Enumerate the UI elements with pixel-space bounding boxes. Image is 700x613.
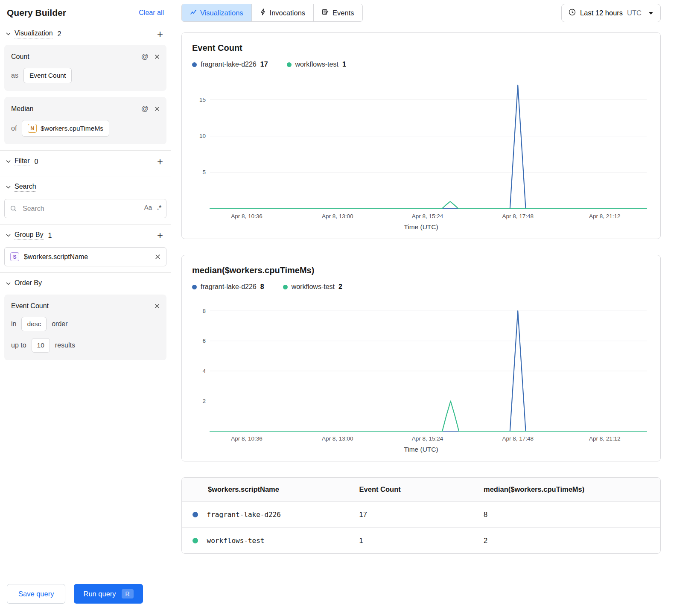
- filter-section-header: Filter 0 +: [0, 152, 171, 172]
- remove-order-by-button[interactable]: [155, 304, 160, 309]
- chevron-down-icon[interactable]: [6, 234, 11, 237]
- svg-text:Apr 8, 13:00: Apr 8, 13:00: [322, 213, 353, 219]
- add-filter-button[interactable]: +: [155, 158, 165, 165]
- chart-title: Event Count: [192, 43, 650, 53]
- clear-all-link[interactable]: Clear all: [139, 9, 164, 17]
- series-value: 2: [338, 283, 342, 291]
- search-icon: [10, 205, 17, 214]
- series-name: workflows-test: [295, 61, 338, 68]
- remove-count-button[interactable]: [155, 54, 160, 59]
- results-label: results: [55, 342, 75, 349]
- at-mention-icon[interactable]: @: [141, 53, 149, 61]
- event-count-value: 1: [354, 528, 478, 554]
- chevron-down-icon[interactable]: [6, 282, 11, 285]
- table-row[interactable]: workflows-test 1 2: [182, 528, 660, 554]
- tab-visualizations[interactable]: Visualizations: [182, 4, 251, 21]
- svg-text:2: 2: [202, 398, 206, 404]
- view-tabs: Visualizations Invocations Events: [181, 4, 363, 22]
- visualization-count: 2: [58, 30, 61, 38]
- as-label: as: [11, 72, 18, 79]
- remove-median-button[interactable]: [155, 106, 160, 111]
- median-value: 8: [478, 502, 660, 528]
- series-dot: [192, 285, 197, 289]
- tab-invocations[interactable]: Invocations: [251, 4, 313, 21]
- main-content: Visualizations Invocations Events Last 1…: [171, 0, 700, 613]
- save-query-button[interactable]: Save query: [7, 584, 65, 604]
- visualization-label: Visualization: [15, 29, 53, 38]
- legend-item[interactable]: workflows-test 2: [283, 283, 342, 291]
- case-sensitive-icon[interactable]: Aa: [144, 204, 152, 211]
- search-section-header: Search: [0, 177, 171, 197]
- order-by-section-header: Order By: [0, 274, 171, 294]
- number-type-icon: N: [28, 124, 37, 133]
- median-field-pill[interactable]: N $workers.cpuTimeMs: [22, 120, 109, 137]
- result-limit-pill[interactable]: 10: [32, 338, 50, 353]
- count-card-title: Count: [11, 53, 29, 61]
- event-count-name-pill[interactable]: Event Count: [23, 68, 72, 83]
- series-value: 1: [342, 61, 346, 68]
- svg-text:Apr 8, 15:24: Apr 8, 15:24: [412, 213, 443, 219]
- group-by-field-name: $workers.scriptName: [24, 253, 88, 261]
- script-name: fragrant-lake-d226: [207, 511, 281, 519]
- series-name: fragrant-lake-d226: [201, 61, 257, 68]
- series-value: 8: [260, 283, 264, 291]
- chevron-down-icon[interactable]: [6, 32, 11, 35]
- median-card-title: Median: [11, 105, 33, 113]
- series-value: 17: [260, 61, 268, 68]
- search-box: Aa .*: [4, 199, 166, 218]
- svg-text:5: 5: [202, 169, 206, 175]
- add-group-by-button[interactable]: +: [155, 232, 165, 239]
- of-label: of: [11, 125, 17, 132]
- tab-events[interactable]: Events: [313, 4, 362, 21]
- divider: [0, 272, 171, 273]
- lightning-icon: [260, 9, 266, 17]
- median-value: 2: [478, 528, 660, 554]
- up-to-label: up to: [11, 342, 26, 349]
- query-builder-sidebar: Query Builder Clear all Visualization 2 …: [0, 0, 171, 613]
- chart-title: median($workers.cpuTimeMs): [192, 266, 650, 275]
- sort-direction-pill[interactable]: desc: [21, 317, 47, 331]
- line-chart-icon: [190, 9, 196, 17]
- median-cpu-chart-card: median($workers.cpuTimeMs) fragrant-lake…: [181, 255, 661, 461]
- chevron-down-icon[interactable]: [6, 160, 11, 163]
- event-count-line-chart: 51015Apr 8, 10:36Apr 8, 13:00Apr 8, 15:2…: [192, 74, 650, 222]
- group-by-field[interactable]: S $workers.scriptName: [4, 247, 166, 266]
- regex-icon[interactable]: .*: [157, 204, 161, 211]
- svg-text:Apr 8, 13:00: Apr 8, 13:00: [322, 435, 353, 442]
- svg-text:Apr 8, 15:24: Apr 8, 15:24: [412, 435, 443, 442]
- search-input[interactable]: [4, 199, 166, 218]
- order-by-card: Event Count in desc order up to 10 resul…: [4, 295, 166, 360]
- series-name: workflows-test: [292, 283, 335, 291]
- median-visualization-card: Median @ of N $workers.cpuTimeMs: [4, 97, 166, 144]
- series-dot: [192, 538, 198, 543]
- divider: [0, 176, 171, 176]
- series-dot: [287, 62, 292, 67]
- x-axis-label: Time (UTC): [192, 446, 650, 453]
- legend-item[interactable]: fragrant-lake-d226 8: [192, 283, 264, 291]
- svg-text:Apr 8, 10:36: Apr 8, 10:36: [231, 213, 262, 219]
- table-row[interactable]: fragrant-lake-d226 17 8: [182, 502, 660, 528]
- event-count-chart-card: Event Count fragrant-lake-d226 17 workfl…: [181, 32, 661, 239]
- chevron-down-icon[interactable]: [6, 186, 11, 189]
- svg-text:6: 6: [202, 338, 206, 344]
- tab-label: Invocations: [270, 9, 305, 17]
- divider: [0, 150, 171, 151]
- legend-item[interactable]: workflows-test 1: [287, 61, 346, 68]
- topbar: Visualizations Invocations Events Last 1…: [181, 4, 661, 22]
- series-name: fragrant-lake-d226: [201, 283, 257, 291]
- search-label: Search: [15, 183, 36, 192]
- remove-group-by-button[interactable]: [155, 254, 160, 260]
- filter-label: Filter: [15, 157, 30, 166]
- svg-text:15: 15: [199, 96, 206, 103]
- time-range-dropdown[interactable]: Last 12 hours UTC: [561, 4, 661, 22]
- chart-legend: fragrant-lake-d226 17 workflows-test 1: [192, 61, 650, 68]
- divider: [0, 224, 171, 225]
- add-visualization-button[interactable]: +: [155, 31, 165, 38]
- at-mention-icon[interactable]: @: [141, 105, 149, 113]
- order-by-card-title: Event Count: [11, 302, 49, 310]
- svg-text:8: 8: [202, 308, 206, 314]
- results-table: $workers.scriptName Event Count median($…: [182, 478, 660, 553]
- legend-item[interactable]: fragrant-lake-d226 17: [192, 61, 268, 68]
- run-query-button[interactable]: Run query R: [74, 584, 143, 604]
- group-by-count: 1: [48, 232, 52, 239]
